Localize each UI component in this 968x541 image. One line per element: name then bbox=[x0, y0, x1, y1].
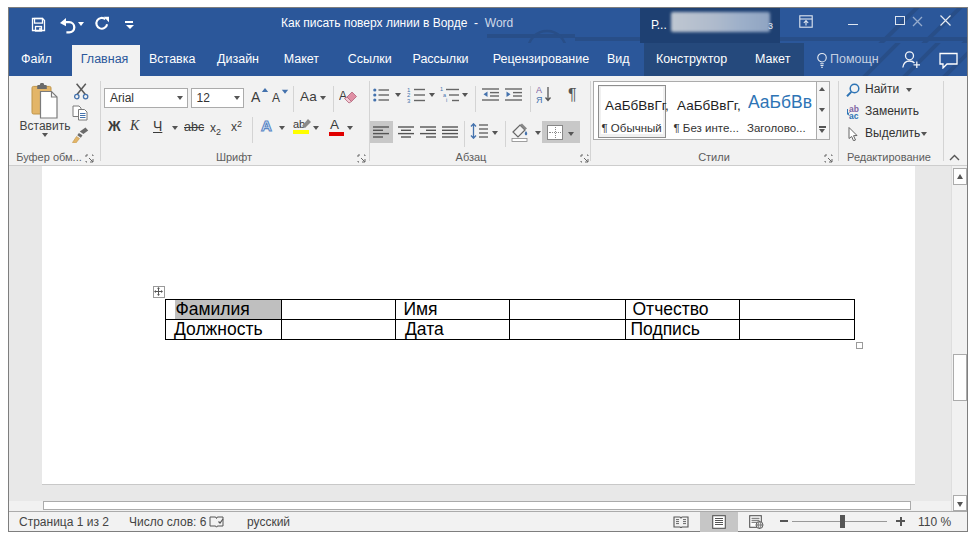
svg-text:3: 3 bbox=[407, 98, 411, 104]
svg-text:ab: ab bbox=[293, 118, 305, 130]
svg-text:i: i bbox=[446, 97, 447, 103]
svg-text:Я: Я bbox=[536, 95, 543, 104]
svg-text:А: А bbox=[536, 85, 542, 95]
svg-text:А: А bbox=[339, 89, 347, 103]
svg-text:ac: ac bbox=[849, 111, 859, 119]
